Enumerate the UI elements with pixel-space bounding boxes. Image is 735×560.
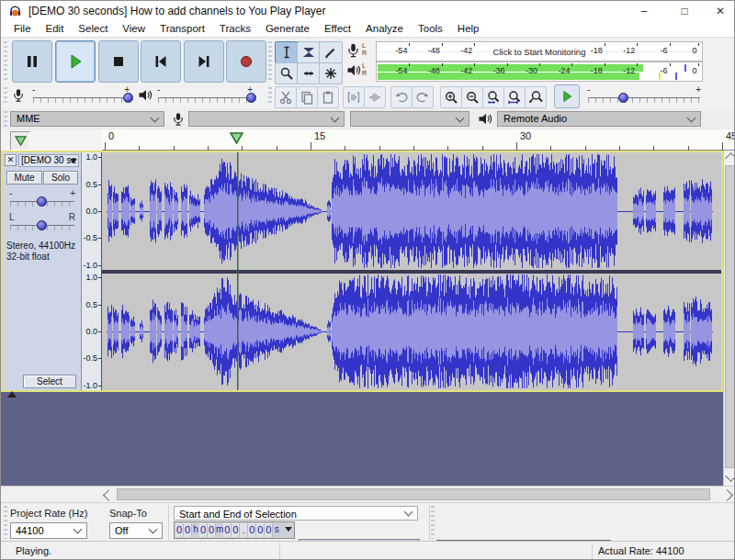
close-button[interactable]: ✕	[705, 1, 735, 21]
toolbar-grip[interactable]	[268, 87, 272, 106]
time-unit[interactable]: h	[192, 523, 199, 537]
time-digit[interactable]: 0	[232, 523, 240, 537]
chevron-down-icon[interactable]	[285, 527, 292, 532]
menu-effect[interactable]: Effect	[317, 21, 358, 37]
time-digit[interactable]: 0	[248, 523, 256, 537]
redo-button[interactable]	[412, 86, 434, 108]
zoom-toggle-button[interactable]	[525, 86, 547, 108]
slider-thumb[interactable]	[123, 93, 133, 103]
silence-audio-button[interactable]	[364, 86, 386, 108]
menu-view[interactable]: View	[115, 21, 153, 37]
recording-volume-slider[interactable]: - +	[30, 85, 131, 106]
time-digit[interactable]: 0	[265, 523, 273, 537]
minimize-button[interactable]: –	[624, 1, 664, 21]
toolbar-grip[interactable]	[268, 41, 272, 80]
recording-channels-dropdown[interactable]	[350, 111, 469, 127]
slider-thumb[interactable]	[37, 196, 47, 207]
slider-thumb[interactable]	[246, 93, 256, 103]
scroll-down-arrow[interactable]	[727, 472, 735, 480]
play-button[interactable]	[55, 40, 96, 83]
toolbar-grip[interactable]	[4, 87, 7, 106]
selection-start-field[interactable]: 00h00m00.000s	[174, 521, 295, 539]
solo-button[interactable]: Solo	[43, 171, 78, 185]
cut-button[interactable]	[275, 86, 297, 108]
time-unit[interactable]: s	[273, 523, 280, 537]
time-digit[interactable]: 0	[184, 523, 192, 537]
undo-button[interactable]	[390, 86, 413, 108]
waveform-area[interactable]	[102, 152, 721, 390]
menu-transport[interactable]: Transport	[153, 21, 212, 37]
menu-edit[interactable]: Edit	[39, 21, 72, 37]
timeline-ruler[interactable]: 0153045	[1, 129, 735, 151]
record-button[interactable]	[226, 40, 266, 83]
draw-tool-button[interactable]	[319, 41, 343, 63]
time-unit[interactable]: m	[216, 523, 223, 537]
monitoring-message[interactable]: Click to Start Monitoring	[489, 47, 591, 57]
selection-mode-dropdown[interactable]: Start and End of Selection	[174, 506, 418, 521]
time-digit[interactable]: 0	[208, 523, 216, 537]
zoom-selection-button[interactable]	[482, 86, 504, 108]
maximize-button[interactable]: □	[664, 1, 705, 21]
horizontal-scrollbar[interactable]	[1, 486, 735, 502]
toolbar-grip[interactable]	[4, 41, 7, 80]
record-meter[interactable]: Click to Start Monitoring -54-48-42-18-1…	[376, 41, 703, 62]
playback-meter[interactable]: -54-48-42-36-30-24-18-12-60	[376, 62, 703, 82]
pinned-playhead-button[interactable]	[10, 131, 30, 151]
title-bar[interactable]: [DEMO 30 seconds] How to add channels to…	[1, 1, 735, 22]
menu-generate[interactable]: Generate	[258, 21, 317, 37]
track-select-button[interactable]: Select	[23, 375, 76, 388]
zoom-in-button[interactable]	[440, 86, 462, 108]
playback-speed-slider[interactable]: - +	[585, 85, 703, 106]
audio-host-dropdown[interactable]: MME	[10, 111, 164, 127]
horizontal-scroll-thumb[interactable]	[117, 488, 710, 500]
toolbar-grip[interactable]	[4, 506, 7, 539]
copy-button[interactable]	[296, 86, 318, 108]
stop-button[interactable]	[98, 40, 139, 83]
menu-analyze[interactable]: Analyze	[358, 21, 411, 37]
scroll-up-arrow[interactable]	[727, 154, 735, 162]
scroll-right-arrow[interactable]	[723, 491, 731, 499]
playback-volume-slider[interactable]: - +	[155, 85, 254, 106]
menu-select[interactable]: Select	[71, 21, 115, 37]
snap-to-dropdown[interactable]: Off	[109, 522, 163, 539]
menu-help[interactable]: Help	[450, 21, 487, 37]
waveform-canvas[interactable]	[102, 152, 721, 390]
time-digit[interactable]: 0	[223, 523, 232, 537]
toolbar-grip[interactable]	[4, 111, 7, 127]
mute-button[interactable]: Mute	[6, 171, 42, 185]
envelope-tool-button[interactable]	[297, 41, 321, 63]
track-close-button[interactable]: ✕	[5, 154, 17, 166]
track-gain-slider[interactable]: - +	[7, 189, 77, 211]
menu-file[interactable]: File	[6, 21, 39, 37]
play-at-speed-button[interactable]	[554, 84, 580, 108]
skip-to-start-button[interactable]	[141, 40, 181, 83]
toolbar-grip[interactable]	[431, 506, 435, 539]
zoom-out-button[interactable]	[461, 86, 483, 108]
time-digit[interactable]: 0	[175, 523, 184, 537]
recording-device-dropdown[interactable]	[188, 111, 345, 127]
track-collapse-button[interactable]	[7, 375, 20, 387]
time-digit[interactable]: 0	[256, 523, 265, 537]
multi-tool-button[interactable]	[319, 62, 343, 84]
pause-button[interactable]	[12, 40, 52, 83]
time-digit[interactable]: 0	[199, 523, 208, 537]
slider-thumb[interactable]	[37, 220, 47, 230]
menu-tracks[interactable]: Tracks	[212, 21, 258, 37]
project-rate-dropdown[interactable]: 44100	[10, 522, 87, 539]
selection-tool-button[interactable]	[275, 41, 299, 63]
track-pan-slider[interactable]: L R	[7, 213, 77, 235]
timeshift-tool-button[interactable]	[297, 62, 321, 84]
ruler-surface[interactable]	[102, 129, 735, 151]
trim-audio-button[interactable]	[343, 86, 365, 108]
vertical-scrollbar[interactable]	[723, 151, 735, 486]
vertical-scroll-thumb[interactable]	[725, 165, 735, 468]
paste-button[interactable]	[317, 86, 339, 108]
playback-device-dropdown[interactable]: Remote Audio	[497, 111, 701, 127]
zoom-fit-project-button[interactable]	[503, 86, 526, 108]
scroll-left-arrow[interactable]	[105, 491, 113, 499]
zoom-tool-button[interactable]	[275, 62, 299, 84]
menu-tools[interactable]: Tools	[411, 21, 450, 37]
track-title-menu[interactable]: [DEMO 30 se	[18, 154, 79, 167]
skip-to-end-button[interactable]	[184, 40, 224, 83]
time-unit[interactable]: .	[240, 523, 248, 537]
